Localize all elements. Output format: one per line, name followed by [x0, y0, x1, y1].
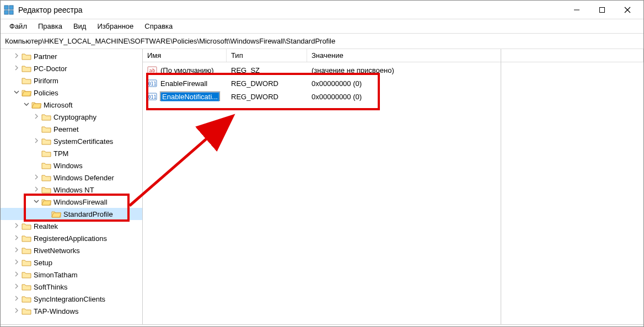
value-row[interactable]: 011EnableFirewallREG_DWORD0x00000000 (0)	[143, 77, 643, 90]
tree-node[interactable]: SimonTatham	[1, 269, 142, 281]
menu-edit[interactable]: Правка	[34, 21, 67, 31]
right-divider	[501, 49, 501, 324]
chevron-right-icon[interactable]	[13, 223, 20, 229]
tree-label: TAP-Windows	[33, 307, 78, 315]
chevron-right-icon[interactable]	[13, 65, 20, 72]
tree-label: Peernet	[52, 125, 79, 133]
tree-node[interactable]: SyncIntegrationClients	[1, 293, 142, 305]
tree-label: Partner	[33, 52, 57, 61]
tree-label: SyncIntegrationClients	[33, 295, 105, 303]
tree-node[interactable]: Piriform	[1, 74, 142, 87]
folder-icon	[22, 259, 31, 266]
tree-node[interactable]: SoftThinks	[1, 281, 142, 293]
folder-icon	[41, 174, 51, 181]
chevron-right-icon[interactable]	[13, 247, 20, 254]
chevron-right-icon[interactable]	[13, 259, 20, 266]
menu-file[interactable]: Файл	[5, 21, 31, 31]
window-title: Редактор реестра	[18, 6, 83, 14]
chevron-right-icon[interactable]	[13, 53, 20, 60]
tree-node[interactable]: Windows Defender	[1, 171, 142, 184]
menu-favorites[interactable]: Избранное	[93, 21, 138, 31]
tree-label: RivetNetworks	[33, 246, 80, 255]
svg-rect-5	[600, 7, 605, 12]
chevron-right-icon[interactable]	[13, 283, 20, 290]
value-row[interactable]: 011EnableNotificati...REG_DWORD0x0000000…	[143, 90, 643, 103]
content-area: PartnerPC-DoctorPiriformPoliciesMicrosof…	[1, 49, 643, 324]
tree-label: SoftThinks	[33, 283, 67, 291]
tree-label: SystemCertificates	[52, 137, 113, 146]
chevron-right-icon[interactable]	[13, 235, 20, 242]
maximize-button[interactable]	[589, 1, 615, 19]
chevron-right-icon[interactable]	[33, 138, 40, 144]
tree-node[interactable]: SystemCertificates	[1, 135, 142, 147]
value-data: (значение не присвоено)	[307, 66, 643, 74]
close-button[interactable]	[615, 1, 640, 19]
folder-icon	[22, 246, 31, 254]
tree-node[interactable]: StandardProfile	[1, 208, 142, 220]
value-list[interactable]: ab(По умолчанию)REG_SZ(значение не присв…	[143, 62, 643, 324]
tree-node[interactable]: RivetNetworks	[1, 244, 142, 256]
tree-label: Cryptography	[52, 113, 96, 121]
tree-node[interactable]: Cryptography	[1, 111, 142, 123]
minimize-button[interactable]	[564, 1, 589, 19]
chevron-right-icon[interactable]	[13, 271, 20, 278]
column-header-value[interactable]: Значение	[307, 49, 643, 62]
column-header-name[interactable]: Имя	[143, 49, 227, 62]
value-name: (По умолчанию)	[160, 66, 214, 74]
tree-node[interactable]: Realtek	[1, 220, 142, 232]
menu-view[interactable]: Вид	[69, 21, 91, 31]
menubar: Файл Правка Вид Избранное Справка	[1, 19, 643, 34]
tree-label: Policies	[33, 89, 58, 97]
folder-icon	[22, 234, 31, 242]
tree-label: Windows Defender	[52, 174, 114, 182]
tree-node[interactable]: TPM	[1, 147, 142, 159]
chevron-right-icon[interactable]	[13, 308, 20, 314]
tree-node[interactable]: PC-Doctor	[1, 62, 142, 74]
chevron-right-icon[interactable]	[33, 174, 40, 181]
tree-node[interactable]: TAP-Windows	[1, 305, 142, 317]
tree-node[interactable]: Peernet	[1, 123, 142, 135]
tree-label: Windows NT	[52, 186, 94, 194]
address-bar[interactable]: Компьютер\HKEY_LOCAL_MACHINE\SOFTWARE\Po…	[1, 34, 643, 49]
column-header-type[interactable]: Тип	[227, 49, 307, 62]
folder-icon	[41, 149, 51, 157]
chevron-down-icon[interactable]	[33, 199, 40, 205]
tree-node[interactable]: Windows	[1, 159, 142, 171]
key-tree[interactable]: PartnerPC-DoctorPiriformPoliciesMicrosof…	[1, 49, 143, 324]
svg-text:011: 011	[148, 82, 157, 87]
tree-node[interactable]: Microsoft	[1, 99, 142, 111]
tree-node[interactable]: Setup	[1, 256, 142, 269]
svg-text:ab: ab	[149, 68, 155, 73]
chevron-right-icon[interactable]	[13, 296, 20, 302]
tree-label: PC-Doctor	[33, 65, 67, 73]
svg-rect-1	[9, 6, 13, 9]
folder-icon	[22, 52, 31, 60]
chevron-right-icon[interactable]	[33, 186, 40, 193]
chevron-right-icon[interactable]	[33, 114, 40, 120]
value-data: 0x00000000 (0)	[307, 79, 643, 88]
folder-icon	[22, 295, 31, 303]
tree-node[interactable]: WindowsFirewall	[1, 196, 142, 208]
folder-icon	[22, 77, 31, 84]
tree-node[interactable]: Windows NT	[1, 184, 142, 196]
menu-help[interactable]: Справка	[140, 21, 177, 31]
folder-open-icon	[41, 198, 51, 206]
folder-icon	[41, 186, 51, 194]
chevron-down-icon[interactable]	[23, 101, 30, 108]
folder-icon	[41, 137, 51, 145]
value-row[interactable]: ab(По умолчанию)REG_SZ(значение не присв…	[143, 63, 643, 77]
registry-editor-window: Редактор реестра Файл Правка Вид Избранн…	[0, 0, 644, 327]
folder-open-icon	[22, 89, 31, 97]
folder-icon	[22, 307, 31, 315]
tree-node[interactable]: RegisteredApplications	[1, 232, 142, 244]
tree-node[interactable]: Partner	[1, 50, 142, 62]
folder-icon	[22, 65, 31, 72]
folder-icon	[41, 125, 51, 133]
chevron-down-icon[interactable]	[13, 89, 20, 96]
svg-rect-3	[9, 10, 13, 14]
reg-binary-icon: 011	[147, 92, 157, 101]
tree-label: Piriform	[33, 77, 58, 85]
tree-node[interactable]: Policies	[1, 87, 142, 99]
value-type: REG_DWORD	[227, 79, 307, 88]
tree-label: TPM	[52, 149, 68, 158]
